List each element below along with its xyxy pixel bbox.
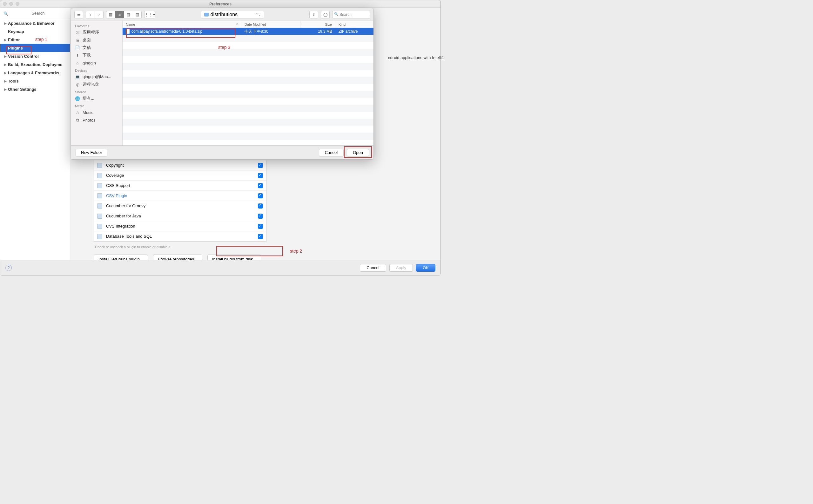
plugin-list[interactable]: CopyrightCoverageCSS SupportCSV PluginCu… xyxy=(94,160,266,242)
cancel-button[interactable]: Cancel xyxy=(360,264,386,272)
plugin-checkbox[interactable] xyxy=(258,224,263,229)
favorites-item[interactable]: ⬇下载 xyxy=(71,51,122,59)
folder-icon xyxy=(204,13,209,17)
plugin-row[interactable]: Cucumber for Groovy xyxy=(94,201,266,211)
sidebar-item-tools[interactable]: ▶Tools xyxy=(0,77,70,85)
col-name[interactable]: Name xyxy=(126,23,135,26)
devices-item[interactable]: 💻qingqin的Mac... xyxy=(71,73,122,81)
plugin-name: Cucumber for Java xyxy=(105,214,258,218)
sidebar-search[interactable] xyxy=(0,8,70,19)
plugin-checkbox[interactable] xyxy=(258,183,263,188)
photos-icon: ✿ xyxy=(75,118,80,123)
gallery-view-button[interactable]: ▤ xyxy=(133,11,142,18)
plugin-checkbox[interactable] xyxy=(258,214,263,219)
plugin-icon xyxy=(97,234,102,239)
sort-indicator-icon: ^ xyxy=(236,23,238,26)
sidebar-item-vcs[interactable]: ▶Version Control xyxy=(0,52,70,60)
share-button[interactable]: ⇪ xyxy=(309,11,318,18)
path-dropdown[interactable]: distributions ⌃⌄ xyxy=(201,11,264,18)
plugin-description-snippet: ndroid applications with IntelliJ xyxy=(388,55,444,60)
shared-item[interactable]: 🌐所有... xyxy=(71,95,122,102)
file-search-input[interactable] xyxy=(332,11,370,18)
plugin-checkbox[interactable] xyxy=(258,193,263,198)
sidebar-item-keymap[interactable]: Keymap xyxy=(0,27,70,36)
forward-button[interactable]: › xyxy=(95,11,103,18)
plugin-row[interactable]: Database Tools and SQL xyxy=(94,231,266,242)
media-item[interactable]: ✿Photos xyxy=(71,116,122,124)
sidebar-item-languages[interactable]: ▶Languages & Frameworks xyxy=(0,69,70,77)
disc-icon: ◎ xyxy=(75,82,80,87)
sidebar-item-editor[interactable]: ▶Editor xyxy=(0,36,70,44)
favorites-item[interactable]: ⌘应用程序 xyxy=(71,29,122,36)
list-view-button[interactable]: ≡ xyxy=(115,11,124,18)
col-size[interactable]: Size xyxy=(300,21,335,28)
plugin-row[interactable]: CSS Support xyxy=(94,181,266,191)
plugin-checkbox[interactable] xyxy=(258,234,263,239)
file-date: 今天 下午8:30 xyxy=(241,29,300,34)
plugin-name: CSS Support xyxy=(105,183,258,188)
plugin-checkbox[interactable] xyxy=(258,173,263,178)
plugin-row[interactable]: Copyright xyxy=(94,160,266,170)
back-button[interactable]: ‹ xyxy=(86,11,95,18)
plugin-checkbox[interactable] xyxy=(258,203,263,209)
file-row[interactable]: com.alipay.sofa.andromeda-0.1.0-beta.zip… xyxy=(123,28,373,35)
sidebar-item-build[interactable]: ▶Build, Execution, Deployme xyxy=(0,60,70,69)
desktop-icon: 🖥 xyxy=(75,38,80,43)
laptop-icon: 💻 xyxy=(75,75,80,79)
file-dialog-search[interactable] xyxy=(332,11,370,18)
media-item[interactable]: ♫Music xyxy=(71,109,122,116)
favorites-item[interactable]: 🖥桌面 xyxy=(71,36,122,44)
file-dialog-footer: New Folder Cancel Open xyxy=(71,145,373,159)
help-button[interactable]: ? xyxy=(5,265,12,271)
new-folder-button[interactable]: New Folder xyxy=(76,149,107,156)
devices-item[interactable]: ◎远程光盘 xyxy=(71,81,122,88)
favorites-item[interactable]: 📄文稿 xyxy=(71,44,122,51)
file-open-button[interactable]: Open xyxy=(347,149,369,156)
col-date[interactable]: Date Modified xyxy=(241,21,300,28)
view-mode-buttons: ▦ ≡ ▥ ▤ xyxy=(106,11,142,18)
plugin-icon xyxy=(97,173,102,178)
column-view-button[interactable]: ▥ xyxy=(124,11,133,18)
plugin-hint: Check or uncheck a plugin to enable or d… xyxy=(94,245,261,249)
apply-button[interactable]: Apply xyxy=(389,264,413,272)
file-name: com.alipay.sofa.andromeda-0.1.0-beta.zip xyxy=(131,29,202,34)
plugin-icon xyxy=(97,214,102,219)
preferences-footer: ? Cancel Apply OK xyxy=(0,260,441,275)
ok-button[interactable]: OK xyxy=(416,264,436,272)
path-label: distributions xyxy=(210,12,237,17)
plugin-name: Coverage xyxy=(105,173,258,178)
plugin-name: Cucumber for Groovy xyxy=(105,203,258,208)
plugin-row[interactable]: CVS Integration xyxy=(94,221,266,231)
icon-view-button[interactable]: ▦ xyxy=(106,11,115,18)
plugin-row[interactable]: Coverage xyxy=(94,170,266,181)
plugin-icon xyxy=(97,193,102,198)
favorites-item[interactable]: ⌂qingqin xyxy=(71,59,122,67)
sidebar-item-other[interactable]: ▶Other Settings xyxy=(0,85,70,93)
plugin-row[interactable]: Cucumber for Java xyxy=(94,211,266,221)
sidebar-item-appearance[interactable]: ▶Appearance & Behavior xyxy=(0,19,70,27)
nav-buttons: ‹ › xyxy=(86,11,103,18)
group-by-button[interactable]: ⋮⋮ ▾ xyxy=(144,11,155,18)
file-kind: ZIP archive xyxy=(335,29,373,34)
plugin-name: CSV Plugin xyxy=(105,193,258,198)
favorites-header: Favorites xyxy=(71,22,122,29)
plugin-row[interactable]: CSV Plugin xyxy=(94,191,266,201)
shared-header: Shared xyxy=(71,88,122,95)
file-list-header[interactable]: Name^ Date Modified Size Kind xyxy=(123,21,373,28)
sidebar-search-input[interactable] xyxy=(10,11,67,16)
preferences-window: Preferences ▶Appearance & Behavior Keyma… xyxy=(0,0,441,275)
file-cancel-button[interactable]: Cancel xyxy=(319,149,343,156)
plugin-name: Database Tools and SQL xyxy=(105,234,258,239)
devices-header: Devices xyxy=(71,67,122,73)
file-dialog-toolbar: ☰ ‹ › ▦ ≡ ▥ ▤ ⋮⋮ ▾ distributions ⌃⌄ ⇪ ◯ xyxy=(71,8,373,21)
tags-button[interactable]: ◯ xyxy=(321,11,330,18)
plugin-icon xyxy=(97,183,102,188)
file-rows[interactable]: com.alipay.sofa.andromeda-0.1.0-beta.zip… xyxy=(123,28,373,145)
col-kind[interactable]: Kind xyxy=(335,21,373,28)
plugin-checkbox[interactable] xyxy=(258,163,263,168)
downloads-icon: ⬇ xyxy=(75,53,80,58)
toggle-sidebar-button[interactable]: ☰ xyxy=(74,11,83,18)
sidebar-item-plugins[interactable]: Plugins xyxy=(0,44,70,52)
file-dialog-sidebar: Favorites ⌘应用程序 🖥桌面 📄文稿 ⬇下载 ⌂qingqin Dev… xyxy=(71,21,123,145)
window-title: Preferences xyxy=(0,2,441,6)
